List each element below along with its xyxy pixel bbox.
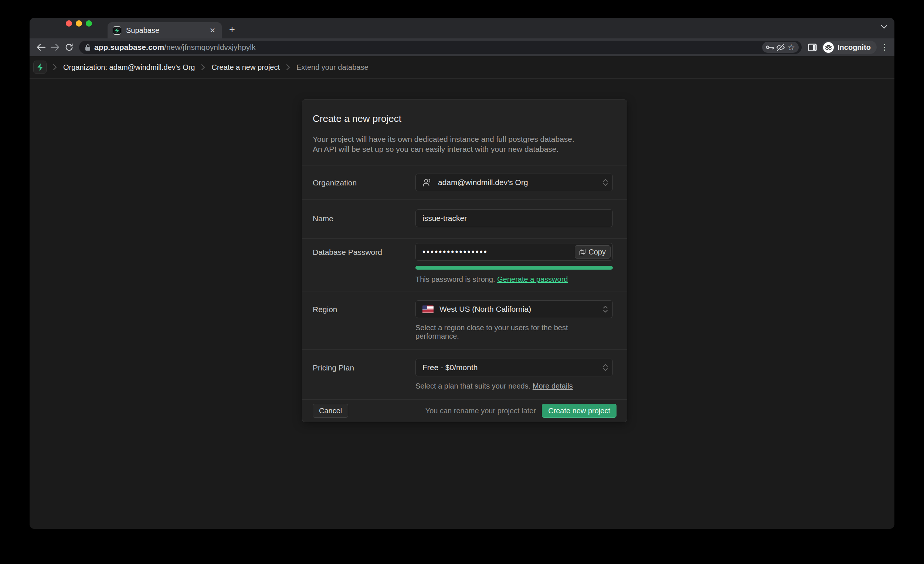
us-flag-icon [423,305,434,313]
supabase-page: Organization: adam@windmill.dev's Org Cr… [30,56,894,529]
copy-password-button[interactable]: Copy [575,245,610,259]
breadcrumb-chevron-icon [286,64,290,70]
cancel-button[interactable]: Cancel [313,404,348,418]
tab-supabase[interactable]: Supabase ✕ [108,22,222,39]
description-line-2: An API will be set up so you can easily … [313,144,615,154]
pricing-value: Free - $0/month [423,363,477,372]
password-section: Database Password •••••••••••••••• Copy … [302,238,627,291]
password-helper: This password is strong. Generate a pass… [416,275,613,284]
password-label: Database Password [313,243,416,284]
card-description: Your project will have its own dedicated… [313,134,615,154]
password-strength-bar [416,266,613,269]
tab-strip: Supabase ✕ + [30,18,894,39]
side-panel-icon[interactable] [806,40,819,54]
description-line-1: Your project will have its own dedicated… [313,134,615,144]
browser-toolbar: app.supabase.com/new/jfnsmqoynldvxjyhpyl… [30,39,894,56]
name-section: Name [302,199,627,238]
pricing-helper-text: Select a plan that suits your needs. [416,382,530,390]
card-header: Create a new project Your project will h… [302,100,627,165]
url-bar[interactable]: app.supabase.com/new/jfnsmqoynldvxjyhpyl… [79,40,802,54]
database-password-input[interactable]: •••••••••••••••• Copy [416,243,613,261]
users-icon [423,178,432,187]
tab-search-chevron-icon[interactable] [881,25,887,29]
browser-window: Supabase ✕ + app.supabase.com/new/jfnsmq… [30,18,894,529]
incognito-label: Incognito [837,43,871,52]
generate-password-link[interactable]: Generate a password [497,275,568,283]
organization-section: Organization adam@windmill.dev's Org [302,165,627,199]
breadcrumb: Organization: adam@windmill.dev's Org Cr… [30,56,894,79]
breadcrumb-chevron-icon [201,64,205,70]
tab-close-icon[interactable]: ✕ [208,26,217,35]
supabase-favicon-icon [113,26,121,35]
url-text: app.supabase.com/new/jfnsmqoynldvxjyhpyl… [94,43,762,52]
breadcrumb-organization[interactable]: Organization: adam@windmill.dev's Org [63,63,195,72]
select-chevrons-icon [603,305,608,313]
tab-title: Supabase [126,26,208,35]
region-helper: Select a region close to your users for … [416,323,613,341]
url-action-chip: ☆ [762,42,799,53]
incognito-icon [823,42,834,53]
breadcrumb-create-project[interactable]: Create a new project [212,63,280,72]
pricing-section: Pricing Plan Free - $0/month Select a pl… [302,349,627,399]
close-window-button[interactable] [66,20,72,27]
pricing-select[interactable]: Free - $0/month [416,359,613,376]
create-new-project-button[interactable]: Create new project [542,404,616,418]
password-strength-text: This password is strong. [416,275,495,283]
copy-icon [579,249,585,255]
organization-label: Organization [313,174,416,191]
rename-note: You can rename your project later [425,407,536,415]
breadcrumb-chevron-icon [53,64,57,70]
supabase-logo-icon[interactable] [33,61,46,74]
organization-select[interactable]: adam@windmill.dev's Org [416,174,613,191]
breadcrumb-extend-database: Extend your database [296,63,369,72]
select-chevrons-icon [603,178,608,187]
region-section: Region West US (North California) Select… [302,291,627,349]
more-details-link[interactable]: More details [532,382,573,390]
url-domain: app.supabase.com [94,43,164,51]
fullscreen-window-button[interactable] [86,20,92,27]
select-chevrons-icon [603,364,608,372]
password-key-icon[interactable] [766,45,774,50]
bookmark-star-icon[interactable]: ☆ [787,43,795,52]
region-label: Region [313,300,416,341]
card-footer: Cancel You can rename your project later… [302,399,627,422]
reload-icon[interactable] [62,40,76,54]
project-name-input[interactable] [416,209,613,227]
minimize-window-button[interactable] [76,20,82,27]
forward-icon[interactable] [48,40,62,54]
browser-menu-icon[interactable]: ⋮ [879,42,890,52]
name-label: Name [313,209,416,227]
pricing-label: Pricing Plan [313,359,416,390]
back-icon[interactable] [34,40,48,54]
incognito-badge: Incognito [822,40,877,54]
lock-icon[interactable] [85,44,90,51]
new-tab-button[interactable]: + [226,24,238,36]
eye-off-icon[interactable] [776,43,785,51]
region-select[interactable]: West US (North California) [416,300,613,318]
organization-value: adam@windmill.dev's Org [438,178,528,187]
url-path: /new/jfnsmqoynldvxjyhpylk [164,43,255,51]
create-project-card: Create a new project Your project will h… [302,99,627,422]
region-value: West US (North California) [440,305,531,314]
copy-label: Copy [588,248,606,256]
page-title: Create a new project [313,113,615,124]
pricing-helper: Select a plan that suits your needs. Mor… [416,382,613,390]
